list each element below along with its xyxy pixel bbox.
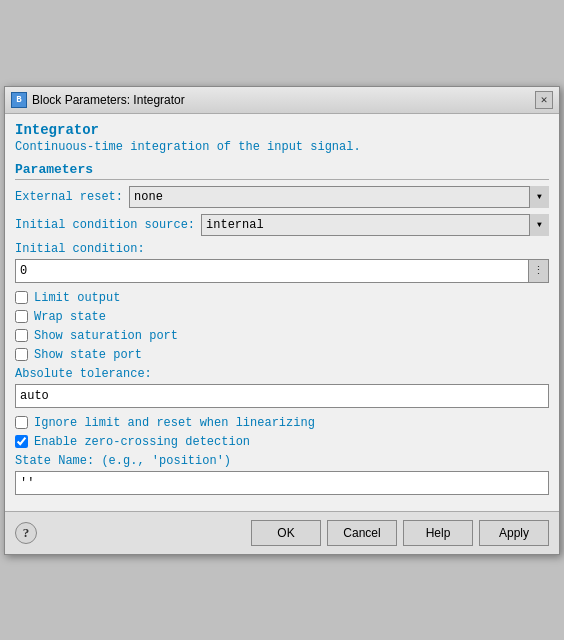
zero-crossing-checkbox[interactable] — [15, 435, 28, 448]
initial-condition-source-select[interactable]: internalexternal — [201, 214, 549, 236]
state-name-label: State Name: (e.g., 'position') — [15, 454, 549, 468]
initial-condition-label: Initial condition: — [15, 242, 549, 256]
external-reset-label: External reset: — [15, 190, 123, 204]
show-saturation-label: Show saturation port — [34, 329, 178, 343]
external-reset-select[interactable]: nonerisingfallingeitherlevellevel holdsa… — [129, 186, 549, 208]
absolute-tolerance-input[interactable] — [15, 384, 549, 408]
ignore-limit-row: Ignore limit and reset when linearizing — [15, 416, 549, 430]
limit-output-checkbox[interactable] — [15, 291, 28, 304]
bottom-buttons-bar: ? OK Cancel Help Apply — [5, 511, 559, 554]
window-icon: B — [11, 92, 27, 108]
window-title: Block Parameters: Integrator — [32, 93, 185, 107]
show-saturation-row: Show saturation port — [15, 329, 549, 343]
title-bar-left: B Block Parameters: Integrator — [11, 92, 185, 108]
wrap-state-label: Wrap state — [34, 310, 106, 324]
initial-condition-input-row: ⋮ — [15, 259, 549, 283]
block-title: Integrator — [15, 122, 549, 138]
initial-condition-input[interactable] — [15, 259, 529, 283]
zero-crossing-label: Enable zero-crossing detection — [34, 435, 250, 449]
dialog-button-group: OK Cancel Help Apply — [251, 520, 549, 546]
absolute-tolerance-label: Absolute tolerance: — [15, 367, 549, 381]
show-saturation-checkbox[interactable] — [15, 329, 28, 342]
close-button[interactable]: ✕ — [535, 91, 553, 109]
limit-output-row: Limit output — [15, 291, 549, 305]
initial-condition-source-row: Initial condition source: internalextern… — [15, 214, 549, 236]
state-name-input-row — [15, 471, 549, 495]
initial-condition-menu-btn[interactable]: ⋮ — [529, 259, 549, 283]
show-state-label: Show state port — [34, 348, 142, 362]
title-bar: B Block Parameters: Integrator ✕ — [5, 87, 559, 114]
show-state-row: Show state port — [15, 348, 549, 362]
cancel-button[interactable]: Cancel — [327, 520, 397, 546]
ok-button[interactable]: OK — [251, 520, 321, 546]
external-reset-select-wrapper: nonerisingfallingeitherlevellevel holdsa… — [129, 186, 549, 208]
block-description: Continuous-time integration of the input… — [15, 140, 549, 154]
wrap-state-checkbox[interactable] — [15, 310, 28, 323]
show-state-checkbox[interactable] — [15, 348, 28, 361]
content-area: Integrator Continuous-time integration o… — [5, 114, 559, 511]
main-window: B Block Parameters: Integrator ✕ Integra… — [4, 86, 560, 555]
ignore-limit-checkbox[interactable] — [15, 416, 28, 429]
initial-condition-source-select-wrapper: internalexternal ▼ — [201, 214, 549, 236]
initial-condition-source-label: Initial condition source: — [15, 218, 195, 232]
limit-output-label: Limit output — [34, 291, 120, 305]
wrap-state-row: Wrap state — [15, 310, 549, 324]
absolute-tolerance-input-row — [15, 384, 549, 408]
parameters-section-label: Parameters — [15, 162, 549, 180]
apply-button[interactable]: Apply — [479, 520, 549, 546]
help-button[interactable]: Help — [403, 520, 473, 546]
ignore-limit-label: Ignore limit and reset when linearizing — [34, 416, 315, 430]
help-icon-button[interactable]: ? — [15, 522, 37, 544]
zero-crossing-row: Enable zero-crossing detection — [15, 435, 549, 449]
state-name-input[interactable] — [15, 471, 549, 495]
external-reset-row: External reset: nonerisingfallingeitherl… — [15, 186, 549, 208]
